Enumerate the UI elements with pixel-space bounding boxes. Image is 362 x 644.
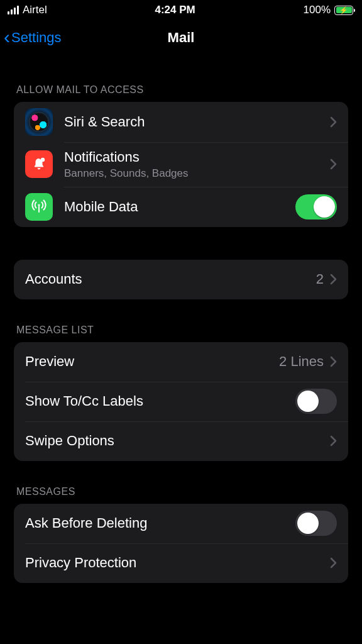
swipe-label: Swipe Options [25, 432, 330, 450]
row-accounts[interactable]: Accounts 2 [14, 260, 348, 299]
group-access: Siri & Search Notifications Banners, Sou… [14, 102, 348, 227]
row-privacy-protection[interactable]: Privacy Protection [14, 543, 348, 583]
row-mobile-data: Mobile Data [14, 187, 348, 227]
siri-label: Siri & Search [64, 113, 330, 131]
antenna-icon [25, 193, 53, 221]
section-header-message-list: Message List [16, 325, 346, 336]
chevron-left-icon: ‹ [4, 28, 10, 47]
mobile-data-toggle[interactable] [295, 194, 337, 219]
svg-point-1 [38, 204, 40, 206]
back-label: Settings [11, 30, 62, 46]
group-message-list: Preview 2 Lines Show To/Cc Labels Swipe … [14, 342, 348, 461]
chevron-right-icon [330, 356, 337, 367]
show-tocc-toggle[interactable] [295, 389, 337, 414]
mobile-data-label: Mobile Data [64, 198, 295, 216]
status-left: Airtel [8, 4, 47, 16]
row-ask-before-deleting: Ask Before Deleting [14, 504, 348, 543]
chevron-right-icon [330, 116, 337, 128]
chevron-right-icon [330, 158, 337, 170]
group-messages: Ask Before Deleting Privacy Protection [14, 504, 348, 583]
content: Allow Mail to Access Siri & Search Notif… [0, 84, 362, 583]
row-siri-search[interactable]: Siri & Search [14, 102, 348, 142]
status-bar: Airtel 4:24 PM 100% ⚡ [0, 0, 362, 20]
status-time: 4:24 PM [155, 4, 195, 16]
preview-value: 2 Lines [279, 353, 324, 370]
chevron-right-icon [330, 557, 337, 569]
preview-label: Preview [25, 353, 279, 370]
show-tocc-label: Show To/Cc Labels [25, 392, 295, 410]
accounts-count: 2 [316, 271, 324, 287]
privacy-label: Privacy Protection [25, 554, 330, 572]
chevron-right-icon [330, 435, 337, 447]
ask-delete-label: Ask Before Deleting [25, 514, 295, 532]
row-notifications[interactable]: Notifications Banners, Sounds, Badges [14, 142, 348, 187]
notifications-sublabel: Banners, Sounds, Badges [64, 167, 330, 180]
chevron-right-icon [330, 274, 337, 285]
ask-delete-toggle[interactable] [295, 511, 337, 536]
battery-percent: 100% [304, 4, 331, 16]
section-header-access: Allow Mail to Access [16, 84, 346, 96]
notifications-label: Notifications [64, 148, 330, 166]
group-accounts: Accounts 2 [14, 260, 348, 299]
carrier-label: Airtel [23, 4, 47, 16]
nav-bar: ‹ Settings Mail [0, 20, 362, 55]
status-right: 100% ⚡ [304, 4, 353, 16]
back-button[interactable]: ‹ Settings [4, 29, 62, 47]
battery-icon: ⚡ [334, 6, 353, 15]
row-preview[interactable]: Preview 2 Lines [14, 342, 348, 382]
accounts-label: Accounts [25, 270, 316, 288]
siri-icon [25, 108, 53, 136]
bell-icon [25, 150, 53, 178]
signal-icon [8, 6, 19, 14]
section-header-messages: Messages [16, 486, 346, 497]
row-show-tocc: Show To/Cc Labels [14, 382, 348, 421]
row-swipe-options[interactable]: Swipe Options [14, 421, 348, 461]
